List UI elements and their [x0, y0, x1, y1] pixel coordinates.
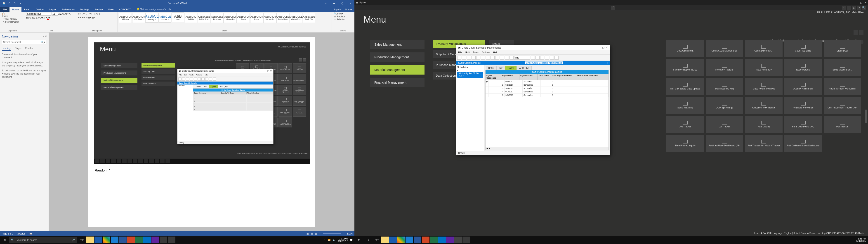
share-button[interactable]: Share [345, 8, 352, 11]
store-icon[interactable] [160, 237, 167, 243]
tab-home[interactable]: Home [9, 7, 22, 12]
embed-col[interactable]: Time Submitted [247, 92, 273, 94]
style-intenseq[interactable]: AaBbCcDcIntense Q... [264, 13, 276, 23]
tile-count-tag-entry[interactable]: Count Tag Entry [784, 40, 822, 57]
tab-acrobat[interactable]: ACROBAT [116, 7, 133, 12]
weblayout-icon[interactable]: ▥ [315, 233, 317, 235]
menu-actions[interactable]: Actions [482, 51, 490, 54]
embed-col[interactable]: Quantity To Store [220, 92, 247, 94]
embed-tile[interactable]: Issue Material [278, 74, 292, 84]
tile-count-discrepan-[interactable]: Count Discrepan... [745, 40, 782, 57]
messages-icon[interactable] [151, 237, 159, 243]
style-intensee[interactable]: AaBbCcDcIntense E... [224, 13, 237, 23]
subscript-icon[interactable]: x₂ [35, 17, 37, 19]
network-icon[interactable]: 📶 [328, 239, 331, 241]
context-icon-2[interactable] [859, 30, 864, 35]
ppt-icon[interactable] [127, 237, 135, 243]
tile-mass-issue-to-mfg[interactable]: Mass Issue to Mfg [706, 78, 743, 95]
close-icon[interactable]: ✕ [346, 2, 354, 4]
undo-icon[interactable]: ↶ [7, 1, 11, 5]
nav-tab-results[interactable]: Results [25, 46, 33, 51]
embed-tile[interactable]: Parts Dashboard (AP) [278, 106, 292, 117]
cut-button[interactable]: ✂ Cut [2, 18, 9, 20]
tile-uom-split-merge[interactable]: UOM Split/Merge [706, 97, 743, 114]
tree-item[interactable]: Wh's mfg Per 07-10-2017 [457, 72, 483, 78]
qat-more-icon[interactable]: ▾ [18, 1, 22, 5]
nav-fwd-icon[interactable]: → [847, 6, 851, 10]
ie-icon[interactable] [111, 237, 119, 243]
nav-back-icon[interactable]: ← [842, 6, 846, 10]
style-subtleref[interactable]: AABBCCDESubtle Ref... [276, 13, 289, 23]
embed-mid-inventory-management[interactable]: Inventory Management [142, 63, 175, 67]
embed-tile[interactable]: Quantity Adjustment [278, 85, 292, 95]
embed-left-financial-management[interactable]: Financial Management [101, 85, 137, 90]
chevron-down-icon[interactable]: ▾ [607, 62, 608, 64]
clock[interactable]: 1:31 PM 8/30/2017 [338, 238, 348, 242]
edge-icon[interactable] [94, 237, 102, 243]
printlayout-icon[interactable]: ▤ [311, 233, 313, 235]
style-heading2[interactable]: AaBbCcEHeading 2 [158, 13, 171, 23]
tile-time-phased-inquiry[interactable]: Time Phased Inquiry [666, 135, 704, 152]
tool-a-icon[interactable] [535, 56, 539, 60]
grow-font-icon[interactable]: A▴ [58, 13, 61, 15]
italic-icon[interactable]: I [28, 17, 29, 19]
style-subtleem[interactable]: AaBbCcDcSubtle Em... [198, 13, 211, 23]
calc-icon[interactable] [168, 237, 176, 243]
tool-cut-icon[interactable] [495, 56, 499, 60]
scrollbar[interactable] [865, 110, 867, 123]
style-heading1[interactable]: AaBbCcHeading 1 [145, 13, 158, 23]
tile-min-max-safety-mass-update[interactable]: Min Max Safety Mass Update [666, 78, 704, 95]
tab-file[interactable]: File [0, 7, 9, 12]
ribbon-opts-icon[interactable]: ▼ [322, 2, 330, 4]
tool-d-icon[interactable] [550, 56, 554, 60]
change-case-icon[interactable]: Aa▾ [64, 13, 68, 15]
column-header[interactable]: Start Count Sequence [576, 74, 605, 80]
menu-file[interactable]: File [458, 51, 462, 54]
superscript-icon[interactable]: x² [38, 17, 40, 19]
tab-abc-qtys[interactable]: ABC Qtys [517, 66, 532, 70]
outlook-icon[interactable] [143, 237, 151, 243]
tool-new-icon[interactable] [457, 56, 461, 60]
tab-mailings[interactable]: Mailings [77, 7, 92, 12]
readmode-icon[interactable]: ▦ [307, 233, 309, 235]
refresh-icon[interactable]: ⟳ [857, 6, 861, 10]
tile-cost-adjustment[interactable]: Cost Adjustment [666, 40, 704, 57]
tile-inventory-transfer[interactable]: Inventory Transfer [706, 59, 743, 76]
tab-layout[interactable]: Layout [46, 7, 59, 12]
tile-allocation-view-tracker[interactable]: Allocation View Tracker [745, 97, 782, 114]
left-menu-material-management[interactable]: Material Management [370, 65, 425, 74]
maximize-icon[interactable]: ▢ [860, 1, 862, 4]
tab-design[interactable]: Design [33, 7, 46, 12]
embed-tab-abc qtys[interactable]: ABC Qtys [218, 85, 229, 88]
embed-tile[interactable]: Replenishment Workbench [293, 85, 306, 95]
word-icon[interactable] [119, 237, 127, 243]
tab-view[interactable]: View [105, 7, 116, 12]
left-menu-sales-management[interactable]: Sales Management [370, 40, 425, 49]
tool-nav-first-icon[interactable] [476, 56, 480, 60]
volume-icon[interactable]: 🔈 [333, 239, 336, 241]
tile-job-tracker[interactable]: Job Tracker [666, 116, 704, 133]
font-color-icon[interactable]: A▾ [47, 17, 50, 19]
tile-issue-assembly[interactable]: Issue Assembly [745, 59, 782, 76]
save-icon[interactable]: 💾 [2, 1, 6, 5]
minimize-icon[interactable]: — [330, 2, 338, 4]
cortana-icon[interactable]: ○ [365, 237, 373, 243]
tool-b-icon[interactable] [540, 56, 544, 60]
menu-edit[interactable]: Edit [465, 51, 470, 54]
embed-left-production-management[interactable]: Production Management [101, 70, 137, 75]
close-icon[interactable]: ✕ [606, 46, 608, 49]
align-center-icon[interactable]: ≡ [80, 16, 81, 19]
ie-icon[interactable] [405, 237, 413, 243]
style-title[interactable]: AaBTitle [172, 12, 184, 22]
table-row[interactable]: 39/6/2017Scheduled0 [486, 87, 609, 90]
select-button[interactable]: ▭ Select ▾ [333, 18, 345, 21]
taskview-icon[interactable]: ▢▢ [373, 237, 381, 243]
justify-icon[interactable]: ≡ [84, 16, 85, 19]
document-surface[interactable]: Menu AP ALLIED PLASTICS, INC. Main Plant… [49, 33, 354, 231]
tile-serial-matching[interactable]: Serial Matching [666, 97, 704, 114]
messages-icon[interactable] [446, 237, 454, 243]
style-gallery[interactable]: AaBbCcDc1 NormalAaBbCcDc1 No Spac...AaBb… [119, 12, 330, 23]
tile-quantity-adjustment[interactable]: Quantity Adjustment [784, 78, 822, 95]
embed-tab-detail[interactable]: Detail [194, 85, 202, 88]
embed-tile[interactable]: Cost Adjustment Tracker (AP) [293, 96, 306, 106]
